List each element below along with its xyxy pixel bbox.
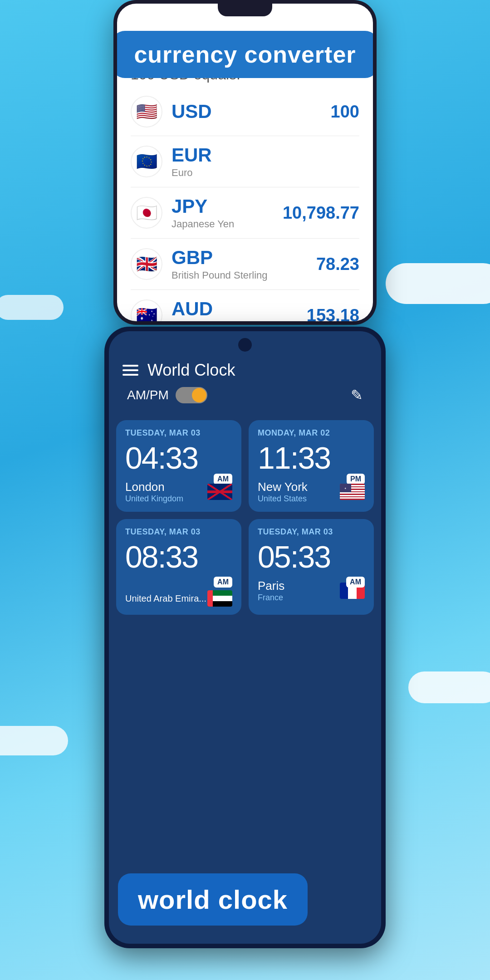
clock-country-london: United Kingdom [125, 494, 183, 504]
currency-name-jpy: Japanese Yen [172, 218, 283, 230]
world-clock-badge-label: world clock [138, 885, 288, 914]
currency-info-eur: EUR Euro [172, 144, 359, 179]
currency-value-jpy: 10,798.77 [283, 203, 359, 223]
clock-city-row-newyork: New York United States [258, 480, 365, 504]
currency-info-gbp: GBP British Pound Sterling [172, 247, 316, 281]
clock-card-uae[interactable]: TUESDAY, MAR 03 08:33 AM United Arab Emi… [116, 519, 241, 615]
clock-city-newyork: New York [258, 480, 308, 494]
clocks-grid: TUESDAY, MAR 03 04:33 AM London United K… [109, 413, 381, 622]
currency-name-gbp: British Pound Sterling [172, 270, 316, 281]
currency-phone: currency converter 100 USD equals: 🇺🇸 US… [113, 0, 377, 325]
clock-date-london: TUESDAY, MAR 03 [125, 428, 232, 438]
clock-ampm-newyork: PM [347, 474, 365, 485]
currency-name-aud: Australian Dollar [172, 321, 307, 321]
currency-value-gbp: 78.23 [316, 255, 359, 274]
clock-date-paris: TUESDAY, MAR 03 [258, 527, 365, 537]
currency-value-aud: 153.18 [307, 306, 359, 322]
flag-aud: 🇦🇺 [131, 299, 162, 321]
currency-badge-label: currency converter [134, 41, 356, 68]
clock-card-london[interactable]: TUESDAY, MAR 03 04:33 AM London United K… [116, 420, 241, 512]
ampm-label: AM/PM [127, 388, 169, 402]
cloud-decoration [0, 726, 68, 755]
flag-eur: 🇪🇺 [131, 146, 162, 177]
ampm-toggle-thumb [192, 388, 206, 402]
world-clock-header: World Clock AM/PM ✎ [109, 352, 381, 413]
clock-ampm-uae: AM [214, 577, 232, 588]
currency-info-usd: USD [172, 101, 331, 122]
world-clock-title: World Clock [147, 361, 235, 380]
currency-code-jpy: JPY [172, 196, 283, 217]
currency-info-jpy: JPY Japanese Yen [172, 196, 283, 230]
flag-uk [207, 484, 232, 500]
cloud-decoration [408, 671, 490, 703]
ampm-toggle-group: AM/PM [127, 387, 207, 403]
clock-city-uae: United Arab Emira... [125, 593, 206, 604]
currency-row-aud[interactable]: 🇦🇺 AUD Australian Dollar 153.18 [131, 290, 359, 321]
clock-city-row-london: London United Kingdom [125, 480, 232, 504]
clock-ampm-paris: AM [346, 577, 365, 588]
currency-name-eur: Euro [172, 167, 359, 179]
clock-city-paris: Paris [258, 579, 284, 593]
currency-converter-badge: currency converter [117, 31, 373, 78]
clock-time-london: 04:33 [125, 442, 232, 473]
world-clock-subheader: AM/PM ✎ [122, 380, 368, 406]
cloud-decoration [0, 295, 64, 320]
currency-code-usd: USD [172, 101, 331, 122]
clock-country-newyork: United States [258, 494, 308, 504]
currency-code-eur: EUR [172, 144, 359, 166]
clock-city-london: London [125, 480, 183, 494]
currency-row-jpy[interactable]: 🇯🇵 JPY Japanese Yen 10,798.77 [131, 187, 359, 239]
currency-row-usd[interactable]: 🇺🇸 USD 100 [131, 88, 359, 136]
clock-time-newyork: 11:33 [258, 442, 365, 473]
currency-info-aud: AUD Australian Dollar [172, 298, 307, 321]
phone-notch [218, 4, 272, 16]
clock-date-newyork: MONDAY, MAR 02 [258, 428, 365, 438]
world-clock-badge: world clock [118, 873, 308, 926]
currency-code-gbp: GBP [172, 247, 316, 269]
clock-time-paris: 05:33 [258, 541, 365, 572]
clock-card-paris[interactable]: TUESDAY, MAR 03 05:33 AM Paris France [249, 519, 374, 615]
clock-date-uae: TUESDAY, MAR 03 [125, 527, 232, 537]
edit-button[interactable]: ✎ [351, 387, 363, 404]
flag-usd: 🇺🇸 [131, 96, 162, 127]
flag-uae [207, 590, 232, 607]
world-clock-phone: World Clock AM/PM ✎ TUESDAY, MAR 03 04:3… [104, 327, 386, 948]
clock-ampm-london: AM [214, 474, 232, 485]
phone-notch-world [238, 338, 252, 352]
flag-us [340, 484, 365, 500]
clock-city-row-uae: United Arab Emira... [125, 590, 232, 607]
currency-value-usd: 100 [331, 102, 359, 122]
currency-row-eur[interactable]: 🇪🇺 EUR Euro [131, 136, 359, 187]
ampm-toggle-track[interactable] [176, 387, 207, 403]
hamburger-menu[interactable] [122, 365, 138, 376]
clock-card-newyork[interactable]: MONDAY, MAR 02 11:33 PM New York United … [249, 420, 374, 512]
cloud-decoration [386, 263, 490, 304]
clock-country-paris: France [258, 593, 284, 603]
flag-jpy: 🇯🇵 [131, 197, 162, 229]
clock-time-uae: 08:33 [125, 541, 232, 572]
flag-gbp: 🇬🇧 [131, 248, 162, 280]
currency-row-gbp[interactable]: 🇬🇧 GBP British Pound Sterling 78.23 [131, 239, 359, 290]
currency-code-aud: AUD [172, 298, 307, 320]
